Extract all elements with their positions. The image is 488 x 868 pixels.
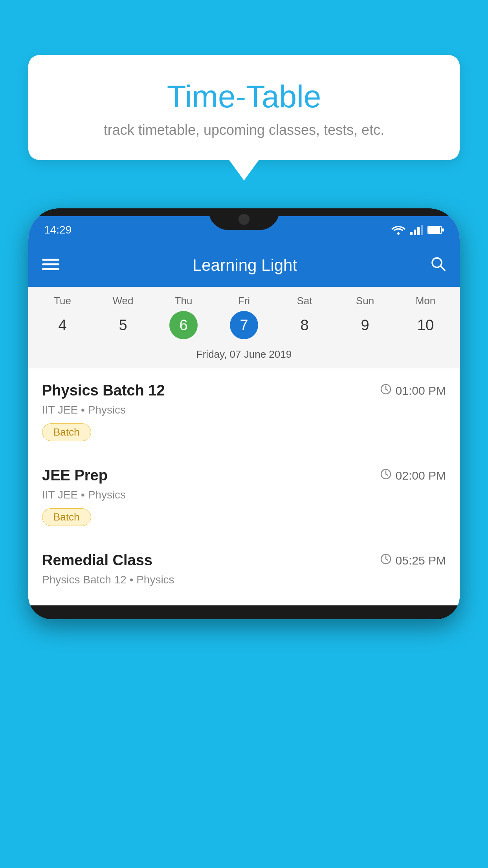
schedule-item-3-title: Remedial Class xyxy=(42,552,152,569)
speech-bubble-title: Time-Table xyxy=(48,79,440,115)
phone-top-edge xyxy=(28,208,460,216)
speech-bubble-container: Time-Table track timetable, upcoming cla… xyxy=(28,55,460,160)
calendar-strip: Tue Wed Thu Fri Sat Sun Mon 4 5 6 7 8 9 … xyxy=(28,287,460,368)
schedule-item-2-tag: Batch xyxy=(42,508,91,526)
phone-frame: 14:29 xyxy=(28,208,460,619)
phone-screen: 14:29 xyxy=(28,216,460,605)
menu-icon[interactable] xyxy=(42,258,59,273)
schedule-item-2-header: JEE Prep 02:00 PM xyxy=(42,467,446,484)
schedule-item-3-time: 05:25 PM xyxy=(380,553,446,568)
day-headers: Tue Wed Thu Fri Sat Sun Mon xyxy=(28,287,460,309)
schedule-item-1-time: 01:00 PM xyxy=(380,383,446,398)
app-bar-title: Learning Light xyxy=(71,256,418,275)
day-header-wed: Wed xyxy=(93,295,153,307)
schedule-item-1-title: Physics Batch 12 xyxy=(42,382,165,399)
schedule-list: Physics Batch 12 01:00 PM IIT JEE • P xyxy=(28,368,460,605)
date-10[interactable]: 10 xyxy=(395,311,456,339)
svg-rect-10 xyxy=(42,268,59,270)
app-bar: Learning Light xyxy=(28,244,460,287)
svg-point-0 xyxy=(397,232,400,235)
schedule-item-1-time-text: 01:00 PM xyxy=(396,384,446,397)
day-header-thu: Thu xyxy=(153,295,214,307)
clock-icon-3 xyxy=(380,553,392,568)
selected-date-label: Friday, 07 June 2019 xyxy=(28,345,460,368)
date-5[interactable]: 5 xyxy=(93,311,153,339)
svg-rect-7 xyxy=(442,228,444,232)
schedule-item-3[interactable]: Remedial Class 05:25 PM Physics Batch xyxy=(28,538,460,605)
day-numbers: 4 5 6 7 8 9 10 xyxy=(28,309,460,345)
svg-rect-4 xyxy=(421,225,423,235)
battery-icon xyxy=(427,226,444,234)
svg-line-12 xyxy=(440,266,445,271)
schedule-item-3-time-text: 05:25 PM xyxy=(396,554,446,567)
wifi-icon xyxy=(391,225,405,235)
speech-bubble: Time-Table track timetable, upcoming cla… xyxy=(28,55,460,160)
schedule-item-2-time-text: 02:00 PM xyxy=(396,469,446,482)
svg-rect-2 xyxy=(414,230,416,235)
day-header-mon: Mon xyxy=(395,295,456,307)
search-icon[interactable] xyxy=(430,256,446,275)
front-camera xyxy=(238,214,250,225)
date-8[interactable]: 8 xyxy=(274,311,335,339)
schedule-item-1-header: Physics Batch 12 01:00 PM xyxy=(42,382,446,399)
svg-rect-6 xyxy=(428,227,440,233)
schedule-item-3-subtitle: Physics Batch 12 • Physics xyxy=(42,574,446,586)
svg-rect-9 xyxy=(42,263,59,265)
day-header-sun: Sun xyxy=(335,295,395,307)
svg-rect-1 xyxy=(410,232,413,235)
svg-rect-8 xyxy=(42,259,59,261)
day-header-fri: Fri xyxy=(214,295,274,307)
schedule-item-3-header: Remedial Class 05:25 PM xyxy=(42,552,446,569)
phone-bottom-edge xyxy=(28,605,460,619)
signal-icon xyxy=(410,225,423,235)
clock-icon-1 xyxy=(380,383,392,398)
day-header-tue: Tue xyxy=(32,295,93,307)
svg-point-11 xyxy=(432,258,442,267)
speech-bubble-subtitle: track timetable, upcoming classes, tests… xyxy=(48,122,440,138)
date-9[interactable]: 9 xyxy=(335,311,395,339)
phone-mockup: 14:29 xyxy=(28,208,460,868)
schedule-item-2-subtitle: IIT JEE • Physics xyxy=(42,489,446,501)
schedule-item-1-tag: Batch xyxy=(42,423,91,441)
svg-rect-3 xyxy=(417,227,420,235)
notch xyxy=(209,208,279,230)
clock-icon-2 xyxy=(380,468,392,483)
day-header-sat: Sat xyxy=(274,295,335,307)
schedule-item-1-subtitle: IIT JEE • Physics xyxy=(42,404,446,416)
date-7-selected[interactable]: 7 xyxy=(230,311,258,339)
schedule-item-1[interactable]: Physics Batch 12 01:00 PM IIT JEE • P xyxy=(28,368,460,453)
date-4[interactable]: 4 xyxy=(32,311,93,339)
date-6-today[interactable]: 6 xyxy=(169,311,198,339)
schedule-item-2-time: 02:00 PM xyxy=(380,468,446,483)
schedule-item-2[interactable]: JEE Prep 02:00 PM IIT JEE • Physics xyxy=(28,453,460,538)
status-time: 14:29 xyxy=(44,224,72,236)
status-icons xyxy=(391,225,444,235)
schedule-item-2-title: JEE Prep xyxy=(42,467,108,484)
